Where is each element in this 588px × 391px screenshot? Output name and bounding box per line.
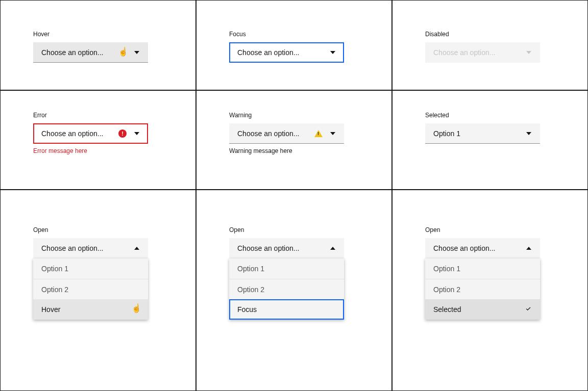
dropdown-error[interactable]: Choose an option...	[33, 123, 148, 144]
menu-option-label: Hover	[41, 305, 60, 314]
dropdown-placeholder: Choose an option...	[237, 129, 314, 138]
warning-message: Warning message here	[229, 147, 391, 155]
dropdown-disabled: Choose an option...	[425, 42, 540, 63]
dropdown-open[interactable]: Choose an option...	[33, 238, 148, 258]
cell-disabled: Disabled Choose an option...	[392, 0, 588, 90]
cell-error: Error Choose an option... Error message …	[0, 90, 196, 190]
chevron-down-icon	[329, 48, 337, 57]
error-message: Error message here	[33, 147, 195, 155]
menu-option[interactable]: Option 1	[33, 258, 148, 279]
menu-option[interactable]: Option 2	[33, 279, 148, 299]
dropdown-menu: Option 1 Option 2 Focus	[229, 258, 344, 320]
dropdown-placeholder: Choose an option...	[433, 48, 525, 57]
warning-icon	[314, 130, 323, 137]
menu-option[interactable]: Option 2	[229, 279, 344, 299]
pointer-cursor-icon	[132, 304, 140, 315]
dropdown-warning[interactable]: Choose an option...	[229, 123, 344, 144]
cell-selected: Selected Option 1	[392, 90, 588, 190]
menu-option[interactable]: Option 2	[425, 279, 540, 299]
error-icon	[118, 129, 127, 138]
dropdown-focus[interactable]: Choose an option...	[229, 42, 344, 63]
chevron-down-icon	[525, 129, 533, 138]
dropdown-placeholder: Choose an option...	[237, 244, 329, 252]
chevron-up-icon	[133, 244, 141, 252]
chevron-down-icon	[133, 129, 141, 138]
cell-open-focus: Open Choose an option... Option 1 Option…	[196, 190, 392, 391]
chevron-down-icon	[525, 48, 533, 57]
menu-option-label: Focus	[237, 305, 257, 314]
state-label: Open	[33, 226, 195, 234]
state-label: Warning	[229, 111, 391, 119]
dropdown-value: Option 1	[433, 129, 525, 138]
dropdown-selected[interactable]: Option 1	[425, 123, 540, 144]
state-label: Error	[33, 111, 195, 119]
state-label: Hover	[33, 30, 195, 38]
menu-option-label: Option 1	[433, 265, 460, 273]
dropdown-open[interactable]: Choose an option...	[425, 238, 540, 258]
chevron-down-icon	[133, 48, 141, 57]
menu-option[interactable]: Option 1	[229, 258, 344, 279]
checkmark-icon	[525, 305, 532, 314]
menu-option-label: Option 2	[433, 285, 460, 294]
cell-warning: Warning Choose an option... Warning mess…	[196, 90, 392, 190]
menu-option-label: Option 2	[41, 285, 68, 294]
dropdown-hover[interactable]: Choose an option...	[33, 42, 148, 63]
dropdown-open[interactable]: Choose an option...	[229, 238, 344, 258]
menu-option-label: Option 1	[41, 265, 68, 273]
menu-option-selected[interactable]: Selected	[425, 299, 540, 320]
cell-open-hover: Open Choose an option... Option 1 Option…	[0, 190, 196, 391]
menu-option[interactable]: Option 1	[425, 258, 540, 279]
cell-focus: Focus Choose an option...	[196, 0, 392, 90]
dropdown-placeholder: Choose an option...	[41, 129, 118, 138]
menu-option-label: Selected	[433, 305, 461, 314]
state-label: Open	[229, 226, 391, 234]
menu-option-label: Option 2	[237, 285, 264, 294]
dropdown-menu: Option 1 Option 2 Selected	[425, 258, 540, 320]
dropdown-placeholder: Choose an option...	[41, 48, 115, 57]
dropdown-placeholder: Choose an option...	[237, 48, 329, 57]
pointer-cursor-icon	[118, 47, 127, 58]
chevron-up-icon	[525, 244, 533, 252]
cell-open-selected: Open Choose an option... Option 1 Option…	[392, 190, 588, 391]
state-label: Open	[425, 226, 587, 234]
cell-hover: Hover Choose an option...	[0, 0, 196, 90]
state-label: Disabled	[425, 30, 587, 38]
dropdown-placeholder: Choose an option...	[41, 244, 133, 252]
dropdown-placeholder: Choose an option...	[433, 244, 525, 252]
chevron-down-icon	[329, 129, 337, 138]
state-label: Selected	[425, 111, 587, 119]
menu-option-label: Option 1	[237, 265, 264, 273]
menu-option-focus[interactable]: Focus	[229, 299, 344, 320]
chevron-up-icon	[329, 244, 337, 252]
dropdown-menu: Option 1 Option 2 Hover	[33, 258, 148, 320]
menu-option-hover[interactable]: Hover	[33, 299, 148, 320]
state-label: Focus	[229, 30, 391, 38]
